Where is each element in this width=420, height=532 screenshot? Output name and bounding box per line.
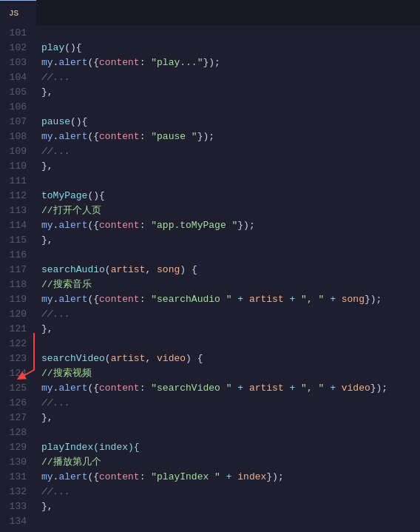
code-area[interactable]: play(){ my.alert({content: "play..."}); … xyxy=(35,26,420,532)
code-line: searchAudio(artist, song) { xyxy=(41,263,420,277)
code-line: my.alert({content: "app.toMyPage "}); xyxy=(41,218,420,233)
line-number: 101 xyxy=(0,26,27,41)
code-line: //... xyxy=(41,396,420,411)
code-line: }); xyxy=(41,529,420,532)
line-number: 132 xyxy=(0,485,27,499)
editor-container: 1011021031041051061071081091101111121131… xyxy=(0,26,420,532)
code-line: }, xyxy=(41,85,420,100)
code-line: //播放第几个 xyxy=(41,455,420,470)
line-number: 121 xyxy=(0,322,27,337)
line-number: 120 xyxy=(0,307,27,322)
line-number: 130 xyxy=(0,455,27,470)
line-number: 114 xyxy=(0,218,27,233)
code-line: my.alert({content: "searchAudio " + arti… xyxy=(41,292,420,307)
line-number: 126 xyxy=(0,396,27,411)
line-number: 128 xyxy=(0,425,27,440)
line-number: 103 xyxy=(0,55,27,70)
code-line: }, xyxy=(41,322,420,337)
line-number: 123 xyxy=(0,351,27,366)
line-number: 112 xyxy=(0,189,27,203)
line-number: 104 xyxy=(0,70,27,85)
code-line xyxy=(41,100,420,115)
code-line xyxy=(41,26,420,41)
line-number: 108 xyxy=(0,129,27,144)
line-number: 111 xyxy=(0,174,27,189)
line-number: 122 xyxy=(0,337,27,351)
line-numbers: 1011021031041051061071081091101111121131… xyxy=(0,26,35,532)
line-number: 134 xyxy=(0,514,27,529)
line-number: 117 xyxy=(0,263,27,277)
code-line xyxy=(41,337,420,351)
line-number: 115 xyxy=(0,233,27,248)
code-line xyxy=(41,425,420,440)
line-number: 124 xyxy=(0,366,27,381)
code-line: my.alert({content: "play..."}); xyxy=(41,55,420,70)
line-number: 131 xyxy=(0,470,27,485)
code-line: //... xyxy=(41,485,420,499)
tab-file-icon: JS xyxy=(9,9,18,18)
code-line: //搜索音乐 xyxy=(41,277,420,292)
code-line: my.alert({content: "pause "}); xyxy=(41,129,420,144)
line-number: 107 xyxy=(0,115,27,129)
line-number: 109 xyxy=(0,144,27,159)
line-number: 110 xyxy=(0,159,27,174)
code-line: //... xyxy=(41,144,420,159)
code-line: }, xyxy=(41,411,420,425)
line-number: 118 xyxy=(0,277,27,292)
line-number: 135 xyxy=(0,529,27,532)
code-line: toMyPage(){ xyxy=(41,189,420,203)
line-number: 105 xyxy=(0,85,27,100)
tab-index-js[interactable]: JS xyxy=(0,0,36,26)
code-line: my.alert({content: "playIndex " + index}… xyxy=(41,470,420,485)
code-line xyxy=(41,514,420,529)
code-line: }, xyxy=(41,233,420,248)
code-line: play(){ xyxy=(41,41,420,55)
line-number: 106 xyxy=(0,100,27,115)
code-line: //搜索视频 xyxy=(41,366,420,381)
line-number: 116 xyxy=(0,248,27,263)
line-number: 127 xyxy=(0,411,27,425)
line-number: 133 xyxy=(0,499,27,514)
tab-bar: JS xyxy=(0,0,420,26)
line-number: 125 xyxy=(0,381,27,396)
line-number: 113 xyxy=(0,203,27,218)
code-line xyxy=(41,248,420,263)
code-line xyxy=(41,174,420,189)
line-number: 129 xyxy=(0,440,27,455)
code-line: //... xyxy=(41,307,420,322)
line-number: 119 xyxy=(0,292,27,307)
code-line: searchVideo(artist, video) { xyxy=(41,351,420,366)
line-number: 102 xyxy=(0,41,27,55)
code-line: playIndex(index){ xyxy=(41,440,420,455)
code-line: }, xyxy=(41,159,420,174)
code-line: pause(){ xyxy=(41,115,420,129)
code-line: //... xyxy=(41,70,420,85)
code-line: //打开个人页 xyxy=(41,203,420,218)
code-line: }, xyxy=(41,499,420,514)
code-line: my.alert({content: "searchVideo " + arti… xyxy=(41,381,420,396)
